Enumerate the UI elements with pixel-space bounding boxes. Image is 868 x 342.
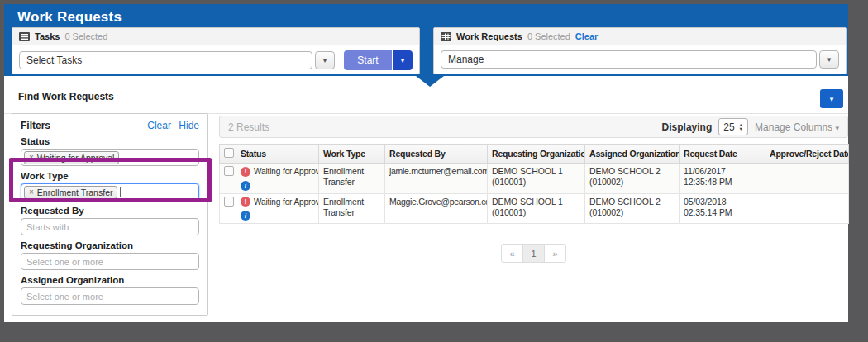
cell-requesting-organization: DEMO SCHOOL 1 (010001)	[488, 164, 585, 194]
chevron-down-icon: ▾	[827, 55, 832, 64]
status-filter-label: Status	[21, 136, 199, 146]
filters-clear-link[interactable]: Clear	[147, 120, 171, 131]
assigned-organization-filter-input[interactable]	[21, 287, 199, 305]
toolbar-right: Displaying 25 ▲▼ Manage Columns ▾	[662, 118, 839, 135]
cell-request-date: 11/06/2017 12:35:48 PM	[680, 164, 765, 194]
alert-icon: !	[241, 167, 250, 177]
chip-label: Enrollment Transfer	[37, 188, 113, 197]
chip-remove-icon[interactable]: ×	[29, 188, 34, 197]
cell-approve-reject-date	[765, 164, 849, 194]
work-requests-panel-body: Manage ▾	[434, 45, 846, 74]
requested-by-filter-label: Requested By	[21, 206, 199, 216]
column-header-work-type[interactable]: Work Type	[319, 145, 385, 164]
info-icon[interactable]: i	[241, 181, 250, 191]
manage-dropdown-value: Manage	[448, 54, 484, 65]
filters-hide-link[interactable]: Hide	[179, 120, 199, 131]
find-section-dropdown-button[interactable]: ▾	[820, 89, 843, 108]
row-checkbox[interactable]	[224, 166, 234, 176]
status-text: Waiting for Approval	[254, 197, 319, 207]
page-header: Work Requests Tasks 0 Selected Select Ta…	[4, 4, 848, 76]
tasks-panel-body: Select Tasks ▾ Start ▾	[12, 45, 419, 75]
filters-links: Clear Hide	[142, 120, 199, 131]
chevron-down-icon: ▾	[835, 124, 839, 132]
work-requests-screen: { "page": { "title": "Work Requests" }, …	[0, 0, 868, 342]
filters-title: Filters	[21, 120, 50, 131]
column-header-requesting-organization[interactable]: Requesting Organization	[488, 145, 585, 164]
requested-by-filter-input[interactable]	[21, 218, 199, 235]
select-tasks-value: Select Tasks	[26, 55, 82, 66]
assigned-organization-filter-label: Assigned Organization	[21, 275, 199, 285]
status-text: Waiting for Approval	[254, 166, 319, 177]
results-toolbar: 2 Results Displaying 25 ▲▼ Manage Column…	[219, 116, 848, 138]
chevron-down-icon: ▾	[323, 56, 327, 64]
manage-dropdown-caret-button[interactable]: ▾	[819, 50, 839, 69]
requesting-organization-filter-label: Requesting Organization	[21, 240, 199, 250]
work-type-filter-group: Work Type × Enrollment Transfer	[21, 171, 199, 201]
start-button[interactable]: Start	[344, 50, 392, 70]
column-header-approve-reject-date[interactable]: Approve/Reject Date	[765, 145, 849, 164]
table-row[interactable]: ! Waiting for Approval i Enrollment Tran…	[220, 164, 849, 194]
work-type-filter-input[interactable]: × Enrollment Transfer	[21, 183, 199, 201]
callout-pointer	[416, 76, 444, 87]
text-cursor	[120, 187, 121, 197]
pagination-next-button[interactable]: »	[544, 244, 566, 263]
page-title: Work Requests	[17, 9, 122, 26]
alert-icon: !	[241, 197, 250, 207]
work-type-filter-label: Work Type	[21, 171, 199, 181]
column-header-requested-by[interactable]: Requested By	[385, 145, 488, 164]
row-checkbox[interactable]	[224, 197, 234, 207]
select-all-checkbox[interactable]	[224, 148, 234, 158]
select-tasks-dropdown[interactable]: Select Tasks	[19, 51, 312, 69]
table-icon	[441, 32, 451, 41]
filters-header: Filters Clear Hide	[21, 120, 199, 131]
list-icon	[19, 32, 30, 41]
chip-remove-icon[interactable]: ×	[29, 153, 34, 162]
cell-request-date: 05/03/2018 02:35:14 PM	[680, 193, 765, 224]
work-requests-clear-link[interactable]: Clear	[575, 31, 599, 41]
table-header-row: Status Work Type Requested By Requesting…	[220, 145, 849, 164]
results-count: 2 Results	[228, 121, 662, 133]
spinner-icon: ▲▼	[739, 123, 743, 131]
page-size-select[interactable]: 25 ▲▼	[718, 118, 748, 135]
column-header-status[interactable]: Status	[236, 145, 319, 164]
tasks-panel-header: Tasks 0 Selected	[12, 28, 419, 45]
work-requests-panel: Work Requests 0 Selected Clear Manage ▾	[433, 27, 847, 74]
start-caret-button[interactable]: ▾	[393, 50, 413, 70]
page-size-value: 25	[723, 121, 734, 133]
filters-panel: Filters Clear Hide Status × Waiting for …	[12, 113, 208, 316]
work-requests-panel-header: Work Requests 0 Selected Clear	[434, 28, 846, 45]
cell-requested-by: jamie.mcturner@email.com	[385, 164, 488, 194]
tasks-selected-count: 0 Selected	[64, 31, 107, 41]
requesting-organization-filter-input[interactable]	[21, 253, 199, 270]
chevron-down-icon: ▾	[830, 95, 834, 103]
select-tasks-caret-button[interactable]: ▾	[315, 51, 335, 69]
app-content: Work Requests Tasks 0 Selected Select Ta…	[4, 4, 848, 322]
work-requests-selected-count: 0 Selected	[527, 31, 570, 41]
chevron-down-icon: ▾	[401, 56, 405, 64]
displaying-label: Displaying	[662, 121, 713, 133]
status-filter-chip: × Waiting for Approval	[24, 151, 119, 164]
cell-requested-by: Maggie.Grove@pearson.com	[385, 193, 488, 224]
header-checkbox-cell	[220, 145, 236, 164]
status-filter-input[interactable]: × Waiting for Approval	[21, 149, 199, 166]
work-requests-panel-title: Work Requests	[456, 31, 522, 41]
manage-columns-label: Manage Columns	[755, 121, 832, 133]
work-type-filter-chip: × Enrollment Transfer	[24, 186, 117, 199]
column-header-request-date[interactable]: Request Date	[680, 145, 765, 164]
tasks-panel: Tasks 0 Selected Select Tasks ▾ Start ▾	[12, 27, 420, 74]
results-table: Status Work Type Requested By Requesting…	[219, 144, 849, 224]
pagination-prev-button[interactable]: «	[501, 244, 523, 263]
chip-label: Waiting for Approval	[37, 153, 115, 163]
cell-approve-reject-date	[765, 193, 849, 224]
info-icon[interactable]: i	[241, 211, 250, 221]
cell-requesting-organization: DEMO SCHOOL 1 (010001)	[488, 193, 585, 224]
find-section-title: Find Work Requests	[18, 91, 114, 102]
column-header-assigned-organization[interactable]: Assigned Organization	[585, 145, 680, 164]
pagination-page-1[interactable]: 1	[522, 244, 545, 263]
table-row[interactable]: ! Waiting for Approval i Enrollment Tran…	[220, 193, 849, 224]
manage-columns-button[interactable]: Manage Columns ▾	[755, 121, 839, 133]
start-split-button: Start ▾	[344, 50, 413, 70]
cell-work-type: Enrollment Transfer	[319, 164, 385, 194]
cell-work-type: Enrollment Transfer	[319, 193, 385, 224]
manage-dropdown[interactable]: Manage	[441, 50, 817, 69]
